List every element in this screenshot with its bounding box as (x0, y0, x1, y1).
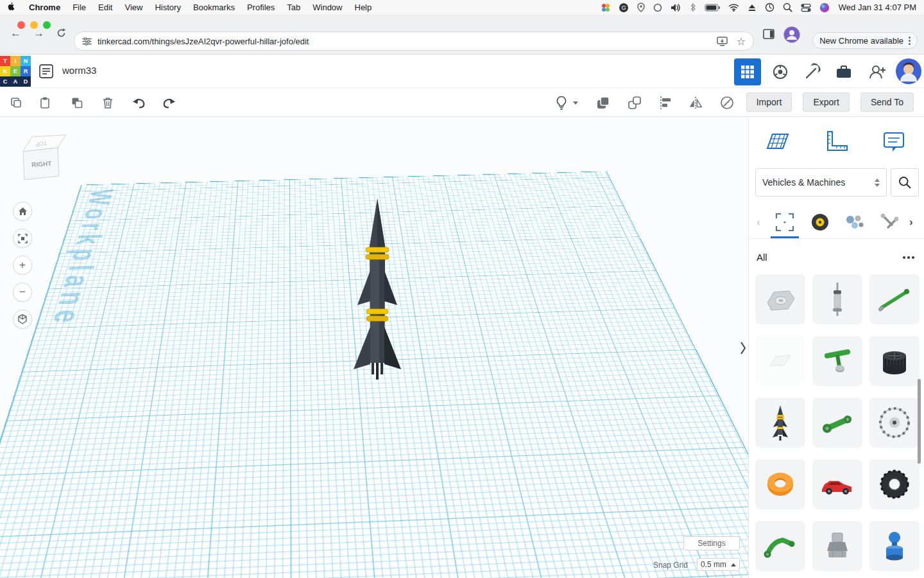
measure-icon[interactable] (720, 96, 734, 110)
bookmark-star-icon[interactable]: ☆ (737, 35, 746, 48)
workplane-tool-icon[interactable] (762, 127, 792, 157)
back-button[interactable]: ← (10, 27, 21, 40)
briefcase-icon[interactable] (830, 58, 857, 85)
view-cube[interactable]: TOP RIGHT (17, 130, 69, 185)
tinker-dial-icon[interactable] (767, 58, 794, 85)
chrome-update-chip[interactable]: New Chrome available (812, 32, 918, 49)
ungroup-icon[interactable] (628, 96, 642, 110)
part-plunger[interactable] (869, 521, 920, 571)
volume-icon[interactable] (671, 3, 681, 12)
reload-button[interactable] (56, 28, 67, 39)
wifi-icon[interactable] (728, 3, 739, 12)
settings-button[interactable]: Settings (683, 536, 740, 550)
launcher-icon[interactable] (601, 3, 610, 12)
part-tire[interactable] (869, 459, 920, 509)
send-to-button[interactable]: Send To (860, 92, 914, 112)
time-machine-icon[interactable] (765, 3, 774, 12)
side-panel-icon[interactable] (763, 29, 774, 39)
carousel-prev-icon[interactable]: ‹ (750, 209, 767, 235)
dashboard-grid-icon[interactable] (734, 58, 761, 85)
spotlight-icon[interactable] (783, 3, 792, 12)
url-text[interactable]: tinkercad.com/things/esJzeAI2qvr-powerfu… (98, 37, 309, 46)
eject-icon[interactable] (748, 3, 757, 12)
part-hex-plate[interactable] (755, 274, 805, 324)
bluetooth-icon[interactable] (690, 3, 696, 12)
document-title[interactable]: worm33 (62, 65, 96, 76)
part-bent-lever[interactable] (755, 521, 805, 571)
mirror-icon[interactable] (689, 96, 703, 110)
install-app-icon[interactable] (717, 37, 728, 46)
zoom-out-button[interactable]: − (13, 283, 32, 302)
panel-collapse-icon[interactable] (738, 335, 748, 361)
category-selection-box-icon[interactable] (771, 209, 799, 235)
perspective-toggle-button[interactable] (13, 310, 32, 329)
notes-tool-icon[interactable] (879, 127, 909, 157)
forward-button[interactable]: → (33, 27, 44, 40)
category-screws-icon[interactable] (875, 209, 903, 235)
category-select[interactable]: Vehicles & Machines (755, 168, 887, 197)
part-crank-arm[interactable] (812, 398, 862, 448)
part-rocket[interactable] (755, 398, 805, 448)
panel-scrollbar[interactable] (918, 379, 921, 464)
add-user-icon[interactable] (864, 58, 891, 85)
part-valve-handle[interactable] (812, 336, 862, 386)
redo-icon[interactable] (162, 96, 176, 110)
url-bar[interactable]: tinkercad.com/things/esJzeAI2qvr-powerfu… (74, 31, 754, 51)
part-knurled-wheel[interactable] (869, 336, 920, 386)
undo-icon[interactable] (132, 96, 146, 110)
control-center-icon[interactable] (801, 3, 811, 12)
part-axle-rod[interactable] (869, 274, 920, 324)
part-wheel[interactable] (869, 398, 920, 448)
google-account-icon[interactable]: G (619, 3, 629, 13)
menu-window[interactable]: Window (312, 3, 342, 12)
siri-icon[interactable] (819, 3, 830, 13)
part-car[interactable] (812, 459, 862, 509)
align-icon[interactable] (658, 96, 672, 110)
design-menu-icon[interactable] (38, 64, 54, 79)
pickaxe-icon[interactable] (799, 58, 826, 85)
delete-icon[interactable] (101, 96, 115, 110)
menu-bookmarks[interactable]: Bookmarks (193, 3, 235, 12)
site-settings-icon[interactable] (82, 37, 92, 46)
shape-search-button[interactable] (891, 168, 919, 197)
part-coupler[interactable] (812, 521, 862, 571)
viewport-3d[interactable]: Workplane TOP RIGHT + − (0, 117, 748, 578)
duplicate-icon[interactable] (70, 96, 84, 110)
export-button[interactable]: Export (803, 92, 849, 112)
zoom-in-button[interactable]: + (13, 256, 32, 275)
menu-profiles[interactable]: Profiles (247, 3, 275, 12)
more-options-icon[interactable] (903, 256, 914, 259)
home-view-button[interactable] (13, 202, 32, 221)
tinkercad-logo[interactable]: TIN KER CAD (0, 56, 31, 87)
menu-tab[interactable]: Tab (287, 3, 300, 12)
user-avatar[interactable] (896, 58, 921, 84)
category-hardware-icon[interactable] (841, 209, 869, 235)
record-icon[interactable] (653, 3, 662, 12)
lightbulb-icon[interactable] (554, 96, 569, 110)
group-icon[interactable] (596, 96, 610, 110)
fit-view-button[interactable] (13, 229, 32, 248)
part-white-panel[interactable] (755, 336, 805, 386)
apple-menu-icon[interactable] (8, 3, 17, 13)
part-ring[interactable] (755, 459, 805, 509)
category-tires-icon[interactable] (806, 209, 834, 235)
carousel-next-icon[interactable]: › (903, 209, 920, 235)
browser-profile-avatar[interactable] (783, 26, 800, 43)
import-button[interactable]: Import (746, 92, 792, 112)
menu-edit[interactable]: Edit (98, 3, 112, 12)
menu-view[interactable]: View (124, 3, 142, 12)
menu-chrome[interactable]: Chrome (29, 3, 60, 12)
menubar-clock[interactable]: Wed Jan 31 4:07 PM (839, 3, 916, 12)
rocket-model[interactable] (350, 195, 405, 382)
part-shock-absorber[interactable] (812, 274, 862, 324)
menu-help[interactable]: Help (355, 3, 372, 12)
lightbulb-dropdown-icon[interactable] (572, 96, 579, 110)
location-icon[interactable] (637, 3, 645, 12)
copy-icon[interactable] (9, 96, 23, 110)
ruler-tool-icon[interactable] (821, 127, 851, 157)
chip-menu-icon[interactable] (909, 37, 911, 45)
snap-grid-select[interactable]: 0.5 mm (697, 558, 740, 571)
menu-history[interactable]: History (155, 3, 180, 12)
menu-file[interactable]: File (73, 3, 86, 12)
paste-icon[interactable] (38, 96, 52, 110)
